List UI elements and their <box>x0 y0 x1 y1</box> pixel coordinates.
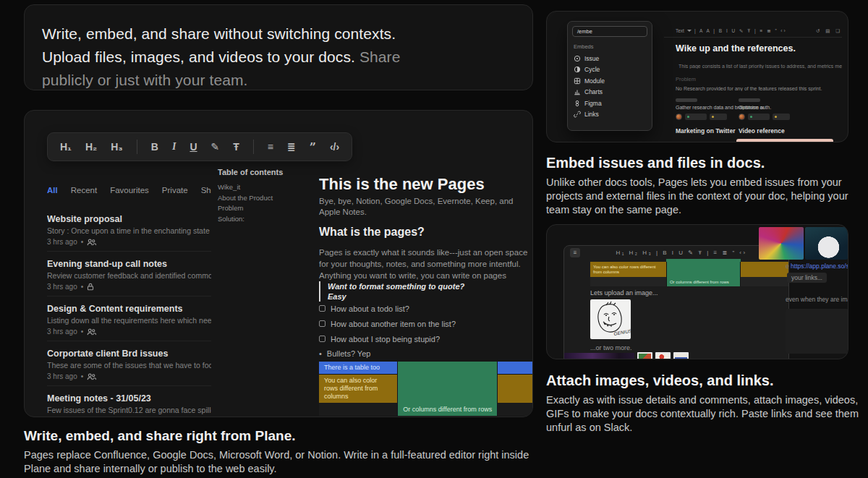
menu-item-issue[interactable]: Issue <box>572 53 647 64</box>
state-chip <box>685 114 707 120</box>
doc-title: Evening stand-up call notes <box>47 259 211 269</box>
table-cell-dark <box>319 403 398 416</box>
menu-item-figma[interactable]: Figma <box>572 98 647 109</box>
table-cell-green <box>398 362 498 375</box>
members-icon <box>87 328 96 336</box>
table-cell-blue <box>498 362 533 375</box>
document-title: This is the new Pages <box>319 175 533 194</box>
embedded-issue-card[interactable]: Optimise auth. <box>739 98 820 120</box>
doc-list-item[interactable]: Website proposal Story : Once upon a tim… <box>47 207 211 252</box>
issue-icon <box>574 55 581 62</box>
upload-caption: Lets upload an image... <box>590 289 658 296</box>
table-cell-green: Or columns different from rows <box>666 277 740 286</box>
pages-tabs: All Recent Favourites Private Sh <box>47 180 211 199</box>
toolbar-divider <box>253 140 254 154</box>
table-cell-yellow <box>741 262 789 277</box>
heading3-button[interactable]: H₃ <box>111 141 123 153</box>
tab-private[interactable]: Private <box>162 186 188 199</box>
checkbox[interactable] <box>319 320 326 327</box>
pasted-link: e https://app.plane.so/sign <box>786 263 848 270</box>
menu-item-label: Charts <box>584 88 603 95</box>
embed-command-input[interactable]: /embe <box>572 26 647 37</box>
doc-meta: 3 hrs ago • <box>47 283 211 291</box>
links-placeholder-box[interactable]: your links... <box>787 273 827 283</box>
code-icon[interactable]: ‹/› <box>330 141 339 153</box>
heading2-button[interactable]: H₂ <box>85 141 97 153</box>
members-icon <box>87 239 96 246</box>
highlight-pen-icon[interactable]: ✎ <box>211 141 220 153</box>
footer-body: Pages replace Confluence, Google Docs, M… <box>24 448 552 476</box>
menu-item-label: Figma <box>584 100 602 107</box>
attach-section: Attach images, videos, and links. Exactl… <box>546 372 866 435</box>
embed-section-title: Embed issues and files in docs. <box>546 154 866 171</box>
format-icons[interactable]: H₁ H₂ H₃ | B I U ✎ Ŧ | ≡ ≣ ” ‹› <box>580 249 783 256</box>
menu-item-charts[interactable]: Charts <box>572 87 647 98</box>
table-cell-green <box>666 262 740 277</box>
avatar <box>739 114 745 120</box>
table-cell-dark <box>498 403 533 416</box>
table-cell-yellow: You can also color rows different from c… <box>590 262 666 277</box>
bullet-item: •Bullets? Yep <box>319 349 533 359</box>
mini-editor-toolbar: ≡ H₁ H₂ H₃ | B I U ✎ Ŧ | ≡ ≣ ” ‹› <box>564 246 788 259</box>
links-icon <box>574 111 581 118</box>
underline-button[interactable]: U <box>190 141 197 153</box>
menu-item-cycle[interactable]: Cycle <box>572 64 647 76</box>
tab-shared[interactable]: Sh <box>201 186 211 199</box>
embed-section: Embed issues and files in docs. Unlike o… <box>546 154 866 217</box>
label-chip <box>710 114 727 120</box>
toc-item[interactable]: Wike_it <box>218 182 313 193</box>
plane-link[interactable]: https://app.plane.so/sign <box>791 263 848 270</box>
doc-description: Review customer feedback and identified … <box>47 271 211 281</box>
history-info-comment-icons[interactable]: ↺ ▤ ❑ <box>816 28 842 34</box>
table-cell-green <box>398 375 498 404</box>
meta-dot: • <box>81 238 84 246</box>
doc-time: 3 hrs ago <box>47 372 77 380</box>
menu-item-links[interactable]: Links <box>572 109 647 121</box>
attach-section-title: Attach images, videos, and links. <box>546 372 866 389</box>
embed-section-body: Unlike other docs tools, Pages lets you … <box>546 176 866 217</box>
bullet-list-icon[interactable]: ≡ <box>268 141 273 153</box>
tab-all[interactable]: All <box>47 186 58 199</box>
document-body[interactable]: This is the new Pages Bye, bye, Notion, … <box>319 168 533 417</box>
checkbox[interactable] <box>319 336 326 342</box>
doc-meta: 3 hrs ago • <box>47 238 211 246</box>
doc-description: These are some of the issues that we hav… <box>47 361 211 370</box>
doc-title: Corportate client Brd issues <box>47 349 211 359</box>
doc-list-item[interactable]: Design & Content requirements Listing do… <box>47 296 211 341</box>
doc-list-item[interactable]: Evening stand-up call notes Review custo… <box>47 252 211 296</box>
video-embed-preview[interactable] <box>736 139 833 142</box>
tab-favourites[interactable]: Favourites <box>110 186 149 199</box>
table-cell-dark <box>590 277 666 286</box>
bold-button[interactable]: B <box>151 141 158 153</box>
tab-recent[interactable]: Recent <box>71 186 97 199</box>
document-paragraph: Pages is exactly what it sounds like---j… <box>319 247 533 270</box>
italic-button[interactable]: I <box>172 141 176 153</box>
todo-item: How about a todo list? <box>319 304 533 313</box>
ordered-list-icon[interactable]: ≣ <box>287 141 296 153</box>
menu-item-module[interactable]: Module <box>572 75 647 87</box>
page: Write, embed, and share without switchin… <box>0 0 868 478</box>
doc-description: Listing down all the requirements here w… <box>47 316 211 325</box>
heading1-button[interactable]: H₁ <box>60 141 72 153</box>
embed-doc-intro: This page consists a list of last priori… <box>678 64 842 69</box>
quote-line: Want to format something to quote? <box>328 281 533 291</box>
checkbox[interactable] <box>319 305 326 312</box>
toc-item[interactable]: Problem <box>218 203 313 214</box>
todo-label: How about a todo list? <box>331 304 409 313</box>
menu-icon[interactable]: ≡ <box>570 248 580 257</box>
doc-title: Website proposal <box>47 214 211 224</box>
strikethrough-button[interactable]: Ŧ <box>233 141 239 153</box>
toc-item[interactable]: About the Product <box>218 193 313 204</box>
doc-description: Few issues of the Sprint0.12 are gonna f… <box>47 406 211 415</box>
doc-list-item[interactable]: Corportate client Brd issues These are s… <box>47 341 211 386</box>
wide-image-thumbnail <box>564 353 634 359</box>
document-heading2: What is the pages? <box>319 225 533 239</box>
blockquote-icon[interactable]: ” <box>310 140 316 154</box>
format-icons[interactable]: | A A | B I U ✎ Ŧ | ≡ ≣ ” ‹› <box>694 28 787 34</box>
embed-screenshot-card: Text | A A | B I U ✎ Ŧ | ≡ ≣ ” ‹› ↺ ▤ ❑ … <box>546 11 848 142</box>
figma-icon <box>574 100 581 107</box>
doc-list-item[interactable]: Meeting notes - 31/05/23 Few issues of t… <box>47 386 211 417</box>
toc-item[interactable]: Solution: <box>218 214 313 225</box>
text-style-dropdown[interactable]: Text <box>676 28 684 33</box>
toolbar-divider <box>137 140 137 154</box>
